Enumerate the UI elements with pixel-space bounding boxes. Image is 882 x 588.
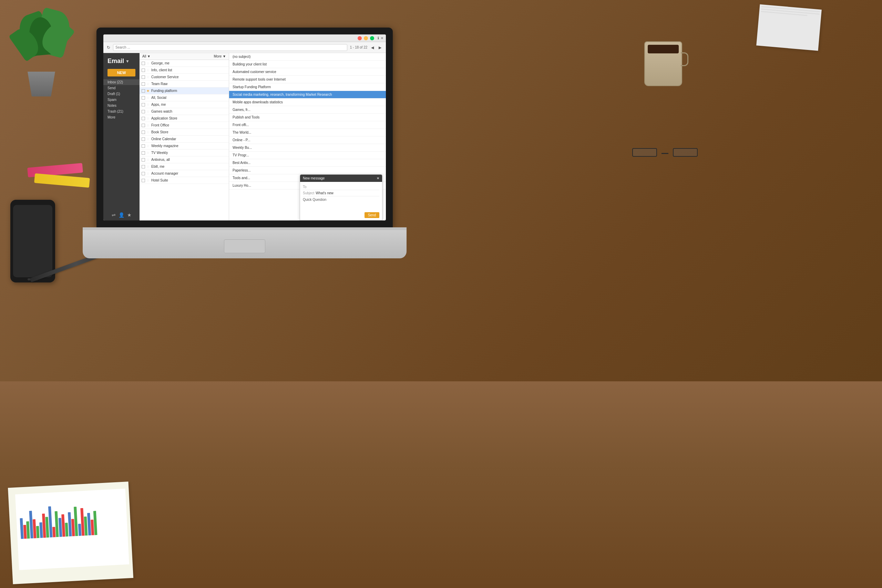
email-checkbox[interactable] — [142, 138, 145, 141]
search-input[interactable] — [113, 44, 347, 51]
star-icon[interactable]: ☆ — [146, 171, 150, 176]
star-filter-icon[interactable]: ★ — [127, 212, 132, 218]
star-icon[interactable]: ☆ — [146, 144, 150, 148]
sidebar-item-spam[interactable]: Spam — [104, 97, 140, 103]
email-checkbox[interactable] — [142, 82, 145, 86]
sender-name: Info, client list — [151, 68, 179, 72]
sidebar-item-inbox[interactable]: Inbox (22) — [104, 79, 140, 85]
minimize-button[interactable] — [364, 36, 368, 40]
sidebar-item-send[interactable]: Send — [104, 85, 140, 91]
email-checkbox[interactable] — [142, 75, 145, 79]
email-checkbox[interactable] — [142, 179, 145, 182]
star-icon[interactable]: ☆ — [146, 68, 150, 72]
send-button[interactable]: Send — [364, 212, 380, 218]
subject-row[interactable]: Paperless... — [229, 167, 386, 174]
subject-row[interactable]: Front offi... — [229, 121, 386, 129]
maximize-button[interactable] — [370, 36, 374, 40]
subject-row[interactable]: Publish and Tools — [229, 114, 386, 121]
email-row[interactable]: ☆ Front Office — [140, 122, 229, 129]
subject-row[interactable]: Mobile apps downloads statistics — [229, 99, 386, 106]
subject-row[interactable]: Remote support tools over Internet — [229, 76, 386, 83]
email-row[interactable]: ☆ Book Store — [140, 129, 229, 136]
email-checkbox[interactable] — [142, 89, 145, 93]
email-checkbox[interactable] — [142, 62, 145, 65]
new-email-button[interactable]: NEW — [108, 69, 135, 76]
subject-row[interactable]: (no subject) — [229, 53, 386, 61]
star-icon[interactable]: ☆ — [146, 96, 150, 99]
email-row[interactable]: ☆ Customer Service — [140, 74, 229, 81]
subject-row[interactable]: The World... — [229, 129, 386, 136]
popup-title: New message — [303, 176, 324, 180]
email-row[interactable]: ☆ All, Social — [140, 94, 229, 101]
email-row[interactable]: ☆ Apps, me — [140, 101, 229, 108]
subject-row[interactable]: Building your client list — [229, 61, 386, 68]
email-checkbox[interactable] — [142, 151, 145, 154]
star-icon[interactable]: ☆ — [146, 116, 150, 120]
subject-row[interactable]: Automated customer service — [229, 68, 386, 76]
star-icon[interactable]: ☆ — [146, 165, 150, 168]
subject-row[interactable]: Games, fr... — [229, 106, 386, 114]
star-icon[interactable]: ☆ — [146, 75, 150, 79]
star-icon[interactable]: ☆ — [146, 158, 150, 162]
email-row[interactable]: ★ Funding platform — [140, 87, 229, 94]
email-checkbox[interactable] — [142, 96, 145, 99]
email-checkbox[interactable] — [142, 124, 145, 127]
star-icon[interactable]: ☆ — [146, 82, 150, 86]
all-filter-button[interactable]: All ▼ — [142, 54, 150, 58]
email-row[interactable]: ☆ Info, client list — [140, 67, 229, 74]
subject-row[interactable]: Online - P... — [229, 136, 386, 144]
star-icon[interactable]: ☆ — [146, 110, 150, 113]
email-logo-arrow: ▼ — [125, 59, 129, 64]
star-icon[interactable]: ☆ — [146, 151, 150, 154]
email-row[interactable]: ☆ Games watch — [140, 108, 229, 115]
star-icon[interactable]: ☆ — [146, 62, 150, 65]
email-row[interactable]: ☆ Antivirus, all — [140, 156, 229, 163]
email-row[interactable]: ☆ Hotel Suite — [140, 177, 229, 184]
email-checkbox[interactable] — [142, 69, 145, 72]
subject-row[interactable]: Weekly Bu... — [229, 144, 386, 152]
popup-close-button[interactable]: ✕ — [376, 176, 380, 180]
email-row[interactable]: ☆ Online Calendar — [140, 136, 229, 142]
next-page-button[interactable]: ► — [378, 45, 382, 50]
sidebar-item-notes[interactable]: Notes — [104, 103, 140, 108]
star-icon[interactable]: ☆ — [146, 103, 150, 106]
email-checkbox[interactable] — [142, 110, 145, 113]
email-checkbox[interactable] — [142, 158, 145, 162]
star-icon[interactable]: ☆ — [146, 178, 150, 182]
star-icon[interactable]: ☆ — [146, 130, 150, 134]
trackpad[interactable] — [224, 239, 265, 253]
refresh-icon[interactable]: ↻ — [107, 45, 110, 50]
subject-row[interactable]: Startup Funding Platform — [229, 83, 386, 91]
contacts-icon[interactable]: 👤 — [118, 212, 124, 218]
subject-row[interactable]: Best Antiv... — [229, 159, 386, 167]
popup-body: To Subject What's new Quick Question — [300, 182, 382, 220]
subject-row[interactable]: Social media marketing, research, transf… — [229, 91, 386, 99]
email-row[interactable]: ☆ George, me — [140, 60, 229, 67]
star-icon[interactable]: ☆ — [146, 137, 150, 141]
email-row[interactable]: ☆ TV Weekly — [140, 150, 229, 156]
email-row[interactable]: ☆ Team Raw — [140, 81, 229, 87]
prev-page-button[interactable]: ◄ — [370, 45, 375, 50]
email-row[interactable]: ☆ Weekly magazine — [140, 142, 229, 150]
email-row[interactable]: ☆ Ebill, me — [140, 163, 229, 170]
sidebar-item-more[interactable]: More — [104, 114, 140, 120]
sidebar-item-trash[interactable]: Trash (21) — [104, 108, 140, 114]
filter-icon[interactable]: ⇌ — [112, 212, 116, 218]
email-checkbox[interactable] — [142, 103, 145, 106]
email-checkbox[interactable] — [142, 130, 145, 134]
subject-row[interactable]: TV Progr... — [229, 152, 386, 159]
to-input[interactable] — [315, 185, 380, 189]
close-button[interactable] — [358, 36, 362, 40]
email-row[interactable]: ☆ Account manager — [140, 170, 229, 177]
popup-body-field[interactable]: Quick Question — [303, 196, 380, 210]
email-checkbox[interactable] — [142, 144, 145, 148]
star-icon[interactable]: ☆ — [146, 123, 150, 127]
sidebar-item-draft[interactable]: Draft (1) — [104, 91, 140, 97]
phone — [10, 200, 55, 282]
email-checkbox[interactable] — [142, 165, 145, 168]
star-icon[interactable]: ★ — [146, 89, 150, 93]
email-checkbox[interactable] — [142, 117, 145, 120]
email-checkbox[interactable] — [142, 172, 145, 176]
email-row[interactable]: ☆ Application Store — [140, 115, 229, 122]
more-filter-button[interactable]: More ▼ — [214, 54, 226, 58]
